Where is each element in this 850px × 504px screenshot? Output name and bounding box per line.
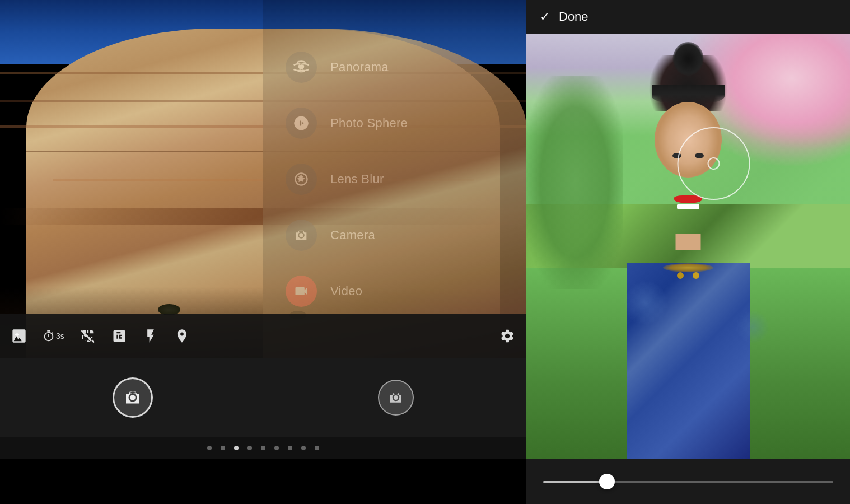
dot-3 [234, 446, 239, 450]
dot-5 [261, 446, 265, 450]
dot-1 [207, 446, 212, 450]
blur-slider-area [526, 459, 850, 504]
location-button[interactable] [174, 328, 190, 344]
page-indicator [0, 437, 526, 459]
flash-button[interactable] [143, 328, 158, 344]
secondary-shutter-button[interactable] [378, 380, 414, 416]
lens-blur-panel: ✓ Done [526, 0, 850, 504]
done-checkmark: ✓ [540, 10, 550, 24]
dot-8 [301, 446, 306, 450]
dot-9 [315, 446, 319, 450]
dot-6 [274, 446, 279, 450]
camera-toolbar: 3s [0, 314, 526, 358]
grid-button[interactable] [80, 328, 96, 344]
toolbar-icons-group: 3s [11, 328, 499, 344]
blur-slider-fill [543, 481, 607, 483]
dot-2 [221, 446, 225, 450]
shutter-button[interactable] [113, 377, 153, 418]
done-header: ✓ Done [526, 0, 850, 34]
settings-button[interactable] [499, 328, 515, 344]
timer-value: 3s [56, 332, 64, 340]
mode-menu-overlay: Panorama Phot [263, 0, 526, 358]
shutter-area [0, 358, 526, 437]
dot-4 [247, 446, 252, 450]
done-label[interactable]: Done [559, 10, 589, 24]
blur-slider-thumb[interactable] [599, 474, 615, 489]
blur-slider-track [543, 481, 833, 483]
portrait-preview [526, 34, 850, 459]
camera-viewfinder: Panorama Phot [0, 0, 526, 358]
exposure-button[interactable] [11, 328, 27, 344]
hdr-button[interactable] [111, 328, 127, 344]
dot-7 [288, 446, 292, 450]
timer-button[interactable]: 3s [43, 330, 64, 342]
